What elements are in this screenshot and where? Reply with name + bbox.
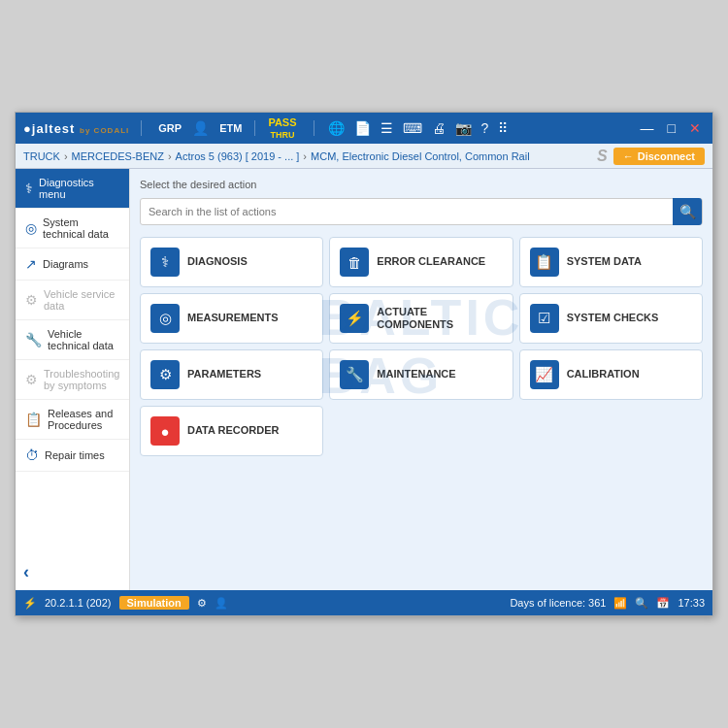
toolbar-icons: 🌐 📄 ☰ ⌨ 🖨 📷 ? ⠿ bbox=[326, 118, 511, 138]
maintenance-icon: 🔧 bbox=[340, 360, 369, 389]
clipboard-icon: 📋 bbox=[530, 248, 559, 277]
breadcrumb-system[interactable]: MCM, Electronic Diesel Control, Common R… bbox=[311, 150, 530, 162]
search-icon: 🔍 bbox=[679, 204, 696, 219]
breadcrumb-bar: TRUCK › MERCEDES-BENZ › Actros 5 (963) [… bbox=[16, 144, 712, 169]
main-content: ⚕ Diagnostics menu ◎ System technical da… bbox=[16, 169, 712, 590]
app-logo: ●jaltest by CODALI bbox=[23, 121, 129, 136]
releases-icon: 📋 bbox=[25, 412, 42, 427]
calibration-icon: 📈 bbox=[530, 360, 559, 389]
sidebar-item-vehicle-service: ⚙ Vehicle service data bbox=[16, 281, 129, 320]
disconnect-button[interactable]: ← Disconnect bbox=[613, 148, 705, 165]
action-measurements[interactable]: ◎ MEASUREMENTS bbox=[140, 293, 323, 344]
printer-icon[interactable]: 🖨 bbox=[430, 118, 447, 138]
person-icon: 👤 bbox=[190, 118, 211, 138]
title-bar-left: ●jaltest by CODALI GRP 👤 ETM PASS THRU 🌐… bbox=[23, 115, 510, 142]
app-window: ●jaltest by CODALI GRP 👤 ETM PASS THRU 🌐… bbox=[15, 112, 713, 616]
diagnosis-icon: ⚕ bbox=[150, 248, 180, 277]
simulation-badge: Simulation bbox=[119, 596, 189, 610]
help-icon[interactable]: ? bbox=[480, 118, 491, 138]
search-button[interactable]: 🔍 bbox=[673, 198, 702, 225]
separator3 bbox=[314, 120, 314, 136]
system-checks-icon: ☑ bbox=[530, 304, 559, 333]
trash-icon: 🗑 bbox=[340, 248, 369, 277]
minimize-button[interactable]: — bbox=[637, 120, 658, 136]
user-icon: 👤 bbox=[215, 597, 228, 610]
diagrams-icon: ↗ bbox=[25, 256, 37, 272]
search-input[interactable] bbox=[141, 206, 673, 217]
version-label: 20.2.1.1 (202) bbox=[45, 597, 112, 609]
action-parameters[interactable]: ⚙ PARAMETERS bbox=[140, 349, 323, 400]
action-system-data[interactable]: 📋 SYSTEM DATA bbox=[519, 237, 703, 287]
separator2 bbox=[254, 120, 255, 136]
sidebar: ⚕ Diagnostics menu ◎ System technical da… bbox=[16, 169, 130, 590]
sidebar-item-system-technical[interactable]: ◎ System technical data bbox=[16, 209, 129, 248]
sidebar-item-releases[interactable]: 📋 Releases and Procedures bbox=[16, 400, 129, 440]
search-bar: 🔍 bbox=[140, 198, 703, 225]
arrow-left-icon: ← bbox=[623, 150, 634, 162]
breadcrumb-model[interactable]: Actros 5 (963) [ 2019 - ... ] bbox=[176, 150, 300, 162]
doc-icon[interactable]: 📄 bbox=[352, 118, 373, 138]
maximize-button[interactable]: □ bbox=[664, 120, 679, 136]
keyboard-icon[interactable]: ⌨ bbox=[401, 118, 424, 138]
nav-buttons: GRP 👤 ETM PASS THRU bbox=[153, 115, 301, 142]
title-bar: ●jaltest by CODALI GRP 👤 ETM PASS THRU 🌐… bbox=[16, 113, 712, 144]
status-left: ⚡ 20.2.1.1 (202) Simulation ⚙ 👤 bbox=[23, 596, 228, 610]
wifi-icon: 📶 bbox=[613, 597, 627, 610]
actuate-icon: ⚡ bbox=[340, 304, 369, 333]
days-licence-label: Days of licence: 361 bbox=[510, 597, 606, 609]
zoom-icon: 🔍 bbox=[635, 597, 648, 610]
settings-icon: ⚙ bbox=[197, 597, 207, 610]
nav-etm[interactable]: ETM bbox=[215, 120, 247, 136]
measurements-icon: ◎ bbox=[150, 304, 180, 333]
status-bar: ⚡ 20.2.1.1 (202) Simulation ⚙ 👤 Days of … bbox=[16, 590, 712, 615]
separator bbox=[141, 120, 142, 136]
action-header: Select the desired action bbox=[140, 179, 703, 190]
sidebar-item-repair[interactable]: ⏱ Repair times bbox=[16, 440, 129, 472]
action-data-recorder[interactable]: ● DATA RECORDER bbox=[140, 406, 323, 456]
action-actuate[interactable]: ⚡ ACTUATE COMPONENTS bbox=[329, 293, 513, 344]
camera-icon[interactable]: 📷 bbox=[453, 118, 474, 138]
action-system-checks[interactable]: ☑ SYSTEM CHECKS bbox=[519, 293, 703, 344]
time-label: 17:33 bbox=[678, 597, 705, 609]
sidebar-item-diagrams[interactable]: ↗ Diagrams bbox=[16, 248, 129, 281]
right-content: Select the desired action 🔍 BALTICBAG ⚕ … bbox=[130, 169, 712, 590]
breadcrumb-brand[interactable]: MERCEDES-BENZ bbox=[72, 150, 164, 162]
sidebar-item-diagnostics[interactable]: ⚕ Diagnostics menu bbox=[16, 169, 129, 209]
vehicle-service-icon: ⚙ bbox=[25, 292, 38, 308]
action-diagnosis[interactable]: ⚕ DIAGNOSIS bbox=[140, 237, 323, 287]
nav-grp[interactable]: GRP bbox=[153, 120, 186, 136]
usb-icon: ⚡ bbox=[23, 597, 37, 610]
window-controls: — □ ✕ bbox=[637, 120, 705, 136]
status-right: Days of licence: 361 📶 🔍 📅 17:33 bbox=[510, 597, 705, 610]
sidebar-item-vehicle-technical[interactable]: 🔧 Vehicle technical data bbox=[16, 320, 129, 360]
list-icon[interactable]: ☰ bbox=[379, 118, 395, 138]
sidebar-item-troubleshooting: ⚙ Troubleshooting by symptoms bbox=[16, 360, 129, 400]
globe-icon[interactable]: 🌐 bbox=[326, 118, 347, 138]
action-grid: BALTICBAG ⚕ DIAGNOSIS 🗑 ERROR CLEARANCE … bbox=[140, 237, 703, 456]
system-tech-icon: ◎ bbox=[25, 220, 37, 236]
action-error-clearance[interactable]: 🗑 ERROR CLEARANCE bbox=[329, 237, 513, 287]
action-calibration[interactable]: 📈 CALIBRATION bbox=[519, 349, 703, 400]
breadcrumb: TRUCK › MERCEDES-BENZ › Actros 5 (963) [… bbox=[23, 150, 530, 162]
nav-pass[interactable]: PASS THRU bbox=[263, 115, 301, 142]
action-maintenance[interactable]: 🔧 MAINTENANCE bbox=[329, 349, 513, 400]
vehicle-technical-icon: 🔧 bbox=[25, 332, 42, 347]
brand-logo: S bbox=[597, 148, 608, 165]
sidebar-back-button[interactable]: ‹ bbox=[16, 554, 129, 590]
diagnostics-icon: ⚕ bbox=[25, 181, 33, 196]
repair-icon: ⏱ bbox=[25, 447, 39, 463]
record-icon: ● bbox=[150, 416, 180, 446]
breadcrumb-truck[interactable]: TRUCK bbox=[23, 150, 60, 162]
troubleshooting-icon: ⚙ bbox=[25, 372, 38, 387]
grid-icon[interactable]: ⠿ bbox=[496, 118, 510, 138]
close-button[interactable]: ✕ bbox=[685, 120, 705, 136]
parameters-icon: ⚙ bbox=[150, 360, 180, 389]
calendar-icon: 📅 bbox=[656, 597, 670, 610]
